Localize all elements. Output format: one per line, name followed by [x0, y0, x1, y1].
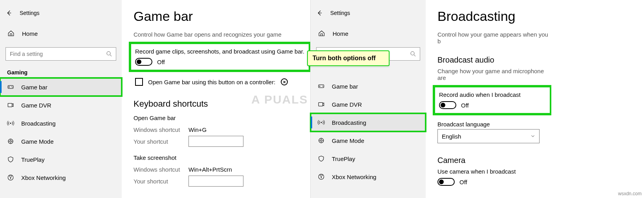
sidebar-item-game-dvr[interactable]: Game DVR — [311, 95, 426, 113]
chevron-down-icon — [531, 134, 535, 139]
svg-rect-13 — [318, 103, 323, 106]
sidebar-item-xbox-networking[interactable]: Xbox Networking — [311, 168, 426, 186]
back-button[interactable] — [0, 4, 18, 22]
screenshot-your-row: Your shortcut — [134, 175, 310, 187]
record-gamebar-label: Record game clips, screenshots, and broa… — [135, 48, 305, 55]
screenshot-your-label: Your shortcut — [134, 178, 188, 185]
record-audio-label: Record audio when I broadcast — [439, 91, 546, 98]
sidebar-right: Settings Home Game barGame DVRBroadcasti… — [311, 0, 426, 198]
sidebar-item-label: Game Mode — [21, 138, 54, 145]
broadcast-audio-title: Broadcast audio — [437, 56, 551, 65]
sidebar-item-label: Broadcasting — [332, 119, 366, 126]
controller-open-label: Open Game bar using this button on a con… — [148, 79, 275, 85]
svg-point-16 — [320, 140, 322, 142]
sidebar-item-trueplay[interactable]: TruePlay — [311, 150, 426, 168]
sidebar-item-label: Broadcasting — [21, 120, 56, 127]
window-title: Settings — [20, 10, 40, 16]
search-input[interactable] — [6, 48, 116, 60]
sidebar-item-label: Game bar — [21, 84, 48, 91]
gamebar-icon — [7, 83, 14, 91]
record-audio-toggle[interactable] — [439, 101, 456, 109]
xbox-button-icon: ✕ — [281, 78, 288, 85]
xbox-icon — [7, 174, 14, 181]
svg-point-0 — [107, 52, 110, 55]
record-gamebar-setting: Record game clips, screenshots, and broa… — [130, 43, 310, 71]
sidebar-item-xbox-networking[interactable]: Xbox Networking — [0, 168, 122, 187]
record-audio-setting: Record audio when I broadcast Off — [434, 86, 551, 115]
window-title: Settings — [330, 10, 350, 16]
back-button[interactable] — [311, 4, 329, 22]
open-gamebar-win-value: Win+G — [188, 126, 207, 133]
broadcast-language-value: English — [442, 133, 461, 140]
controller-open-row: Open Game bar using this button on a con… — [134, 77, 310, 87]
sidebar-item-game-bar[interactable]: Game bar — [311, 77, 426, 95]
page-title: Game bar — [134, 9, 310, 24]
gamemode-icon — [7, 138, 14, 145]
record-gamebar-state: Off — [157, 59, 165, 65]
window-header: Settings — [311, 4, 426, 22]
settings-pane-right: Settings Home Game barGame DVRBroadcasti… — [310, 0, 551, 198]
home-link[interactable]: Home — [0, 24, 122, 43]
sidebar-item-game-bar[interactable]: Game bar — [0, 78, 122, 96]
broadcast-icon — [7, 120, 14, 127]
window-header: Settings — [0, 4, 122, 22]
xbox-icon — [318, 173, 325, 180]
page-description: Control how your game appears when you b — [437, 31, 551, 44]
search-icon — [106, 50, 113, 57]
find-setting-search[interactable] — [5, 47, 116, 61]
screenshot-your-input[interactable] — [188, 176, 243, 187]
open-gamebar-your-input[interactable] — [188, 136, 243, 147]
shortcuts-title: Keyboard shortcuts — [134, 99, 310, 109]
sidebar-item-game-mode[interactable]: Game Mode — [0, 132, 122, 150]
dvr-icon — [7, 102, 14, 109]
record-audio-state: Off — [461, 102, 469, 109]
record-gamebar-toggle-row: Off — [135, 58, 305, 66]
sidebar-item-label: TruePlay — [332, 155, 355, 162]
trueplay-icon — [318, 155, 325, 162]
back-arrow-icon — [316, 9, 323, 17]
open-gamebar-your-row: Your shortcut — [134, 135, 310, 147]
screenshot-heading: Take screenshot — [134, 154, 310, 161]
home-link[interactable]: Home — [311, 24, 426, 43]
sidebar-item-label: Game bar — [332, 83, 358, 90]
broadcast-language-label: Broadcast language — [437, 121, 551, 128]
gamebar-icon — [318, 83, 325, 90]
page-description: Control how Game bar opens and recognize… — [134, 31, 310, 38]
svg-point-5 — [10, 123, 11, 124]
sidebar-item-label: Game DVR — [332, 101, 362, 108]
record-gamebar-toggle[interactable] — [135, 58, 152, 66]
sidebar-left: Settings Home Gaming Game barGame DVRBro… — [0, 0, 122, 198]
open-gamebar-your-label: Your shortcut — [134, 138, 188, 145]
sidebar-item-broadcasting[interactable]: Broadcasting — [311, 113, 426, 131]
nav-section-title: Gaming — [0, 66, 122, 78]
open-gamebar-heading: Open Game bar — [134, 115, 310, 121]
sidebar-item-label: Xbox Networking — [21, 174, 66, 181]
svg-point-7 — [10, 141, 12, 142]
broadcast-language-select[interactable]: English — [437, 129, 540, 143]
sidebar-item-label: TruePlay — [21, 156, 44, 163]
svg-point-9 — [411, 52, 414, 55]
sidebar-item-broadcasting[interactable]: Broadcasting — [0, 114, 122, 132]
open-gamebar-win-row: Windows shortcut Win+G — [134, 124, 310, 135]
search-icon — [410, 50, 417, 57]
sidebar-item-game-dvr[interactable]: Game DVR — [0, 96, 122, 114]
home-label: Home — [22, 30, 38, 37]
sidebar-item-trueplay[interactable]: TruePlay — [0, 150, 122, 168]
content-left: Game bar Control how Game bar opens and … — [122, 0, 310, 198]
svg-point-12 — [323, 86, 324, 87]
screenshot-win-label: Windows shortcut — [134, 166, 188, 173]
controller-open-checkbox[interactable] — [135, 78, 143, 86]
tutorial-callout: Turn both options off — [307, 50, 390, 66]
sidebar-item-label: Game Mode — [332, 137, 364, 144]
sidebar-item-game-mode[interactable]: Game Mode — [311, 131, 426, 150]
open-gamebar-win-label: Windows shortcut — [134, 126, 188, 133]
screenshot-win-value: Win+Alt+PrtScrn — [188, 166, 232, 173]
home-label: Home — [333, 30, 348, 37]
svg-point-2 — [11, 87, 12, 87]
broadcast-icon — [318, 119, 325, 126]
svg-rect-4 — [8, 104, 12, 107]
attribution-text: wsxdn.com — [618, 191, 642, 196]
svg-point-3 — [12, 87, 13, 88]
use-camera-toggle[interactable] — [437, 178, 455, 186]
page-title: Broadcasting — [437, 9, 551, 24]
